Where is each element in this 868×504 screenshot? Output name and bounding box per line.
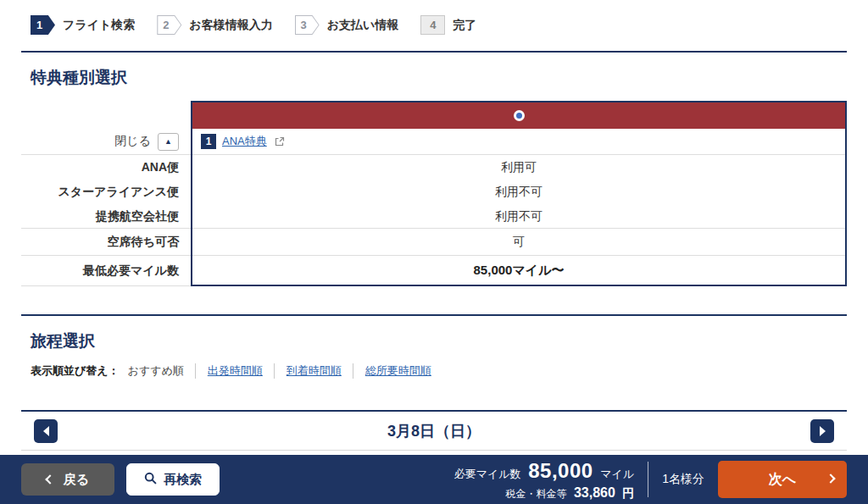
tax-label: 税金・料金等	[506, 488, 567, 500]
option-number-badge: 1	[201, 134, 216, 149]
sort-order-row: 表示順並び替え： おすすめ順 出発時間順 到着時間順 総所要時間順	[31, 363, 847, 379]
collapse-button[interactable]: ▲	[158, 133, 179, 151]
tax-value: 33,860	[574, 485, 615, 500]
next-button-label: 次へ	[769, 471, 796, 489]
required-miles-unit: マイル	[600, 468, 634, 480]
sort-link-total-duration[interactable]: 総所要時間順	[353, 363, 431, 379]
step-3-badge: 3	[295, 15, 320, 35]
step-1-label: フライト検索	[63, 18, 135, 33]
required-miles-label: 必要マイル数	[454, 468, 521, 480]
chevron-up-icon: ▲	[164, 137, 172, 146]
award-row-labels: 閉じる ▲ ANA便 スターアライアンス便 提携航空会社便 空席待ち可否 最低必…	[21, 101, 191, 286]
required-miles-line: 必要マイル数 85,000 マイル	[454, 458, 635, 484]
step-payment-info: 3 お支払い情報	[295, 15, 399, 35]
step-customer-info: 2 お客様情報入力	[157, 15, 272, 35]
award-section-title: 特典種別選択	[31, 67, 847, 89]
value-min-miles: 85,000マイル〜	[192, 256, 845, 285]
footer-vertical-divider	[648, 462, 648, 497]
required-miles-value: 85,000	[528, 459, 593, 482]
previous-day-button[interactable]	[34, 419, 58, 443]
passenger-count: 1名様分	[662, 472, 704, 487]
award-option-column: 1 ANA特典 利用可 利用不可 利用不可 可 85,000マイル〜	[191, 101, 847, 286]
collapse-row: 閉じる ▲	[21, 129, 191, 155]
arrow-right-icon	[820, 426, 826, 436]
fare-summary: 必要マイル数 85,000 マイル 税金・料金等 33,860 円	[454, 458, 635, 501]
award-option-radio[interactable]	[514, 110, 525, 121]
value-waitlist: 可	[192, 229, 845, 256]
step-complete: 4 完了	[420, 15, 476, 35]
step-1-badge: 1	[31, 15, 55, 35]
label-ana-flights: ANA便	[142, 155, 179, 180]
step-2-label: お客様情報入力	[189, 18, 272, 33]
search-icon	[144, 472, 157, 487]
ana-award-link[interactable]: ANA特典	[222, 134, 267, 149]
section-divider-top	[21, 51, 847, 53]
sort-order-label: 表示順並び替え：	[31, 363, 120, 379]
chevron-right-icon	[826, 474, 835, 483]
close-label: 閉じる	[114, 134, 151, 149]
sort-link-departure-time[interactable]: 出発時間順	[195, 363, 263, 379]
label-min-miles: 最低必要マイル数	[21, 256, 191, 286]
next-day-button[interactable]	[810, 419, 834, 443]
step-4-badge: 4	[420, 15, 445, 35]
sort-current-recommended: おすすめ順	[128, 363, 184, 379]
award-type-table: 閉じる ▲ ANA便 スターアライアンス便 提携航空会社便 空席待ち可否 最低必…	[21, 101, 847, 286]
fare-summary-cluster: 必要マイル数 85,000 マイル 税金・料金等 33,860 円 1名様分 次…	[454, 458, 847, 501]
flight-type-labels: ANA便 スターアライアンス便 提携航空会社便	[21, 155, 191, 229]
sort-link-arrival-time[interactable]: 到着時間順	[274, 363, 342, 379]
label-star-alliance: スターアライアンス便	[58, 180, 179, 204]
value-partner-airlines: 利用不可	[495, 204, 542, 229]
current-date: 3月8日（日）	[387, 421, 481, 441]
step-flight-search: 1 フライト検索	[31, 15, 135, 35]
step-indicator: 1 フライト検索 2 お客様情報入力 3 お支払い情報 4 完了	[21, 0, 847, 35]
research-button-label: 再検索	[164, 472, 202, 488]
award-option-title-row: 1 ANA特典	[192, 129, 845, 155]
next-button[interactable]: 次へ	[718, 461, 847, 498]
step-2-badge: 2	[157, 15, 181, 35]
date-navigation: 3月8日（日）	[21, 410, 847, 451]
tax-unit: 円	[622, 486, 634, 500]
chevron-left-icon	[45, 474, 54, 484]
external-link-icon	[275, 136, 285, 147]
back-button-label: 戻る	[64, 472, 89, 488]
value-star-alliance: 利用不可	[495, 180, 542, 204]
research-button[interactable]: 再検索	[126, 463, 220, 496]
arrow-left-icon	[43, 426, 49, 436]
award-left-spacer	[21, 101, 191, 129]
label-partner-airlines: 提携航空会社便	[96, 204, 179, 229]
itinerary-section-title: 旅程選択	[31, 330, 847, 352]
tax-line: 税金・料金等 33,860 円	[454, 485, 635, 501]
value-ana-flights: 利用可	[501, 155, 537, 180]
flight-availability-values: 利用可 利用不可 利用不可	[192, 155, 845, 229]
award-option-header	[192, 102, 845, 129]
step-4-label: 完了	[453, 18, 476, 33]
label-waitlist: 空席待ち可否	[21, 229, 191, 256]
footer-action-bar: 戻る 再検索 必要マイル数 85,000 マイル 税金・料金等 33,860 円…	[0, 455, 868, 504]
section-divider-mid	[21, 314, 847, 316]
back-button[interactable]: 戻る	[21, 463, 114, 496]
step-3-label: お支払い情報	[327, 18, 399, 33]
